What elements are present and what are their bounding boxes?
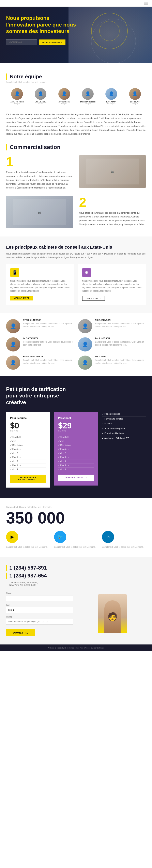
comm-section: Commercialisation 1 En cours de notre ph… [0,142,152,236]
stat-text-1: Sample text. Click to select the Test El… [54,546,98,549]
avatar-2: 👤 [58,88,70,100]
member-name-2: JEUX LARSON [53,101,75,103]
stat-item-youtube: ▶ Sample text. Click to select the Test … [6,531,50,549]
pricing-period-1: Par mois [58,430,94,432]
team-card-1: 👤 NICE JOHNSON Sample text. Click to sel… [78,319,146,333]
form-input-name[interactable] [6,595,73,601]
hero-cta-row: NOUS CONTACTER [6,39,79,45]
footer: Website is created with Mobirise - Best … [0,645,152,651]
team-section: Notre équipe Sample text. Click to selec… [0,63,152,108]
youtube-icon: ▶ [6,531,18,543]
avatar-4: 👤 [105,88,117,100]
tc-avatar-0: 👤 [6,319,20,333]
cabinet-text-1: Nous offrons pour vous des régularisateu… [82,279,142,293]
tc-avatar-3: 👤 [78,337,92,351]
form-label-name: Name [6,592,73,594]
contact-phones: 1 (234) 567-891 1 (234) 987-654 [6,565,146,579]
comm-title: Commercialisation [6,144,146,150]
tc-avatar-1: 👤 [78,319,92,333]
contact-address: 121 Rock Street, 21 Avenue, New York, NY… [6,581,146,586]
cabinets-subtitle: Nous offrons un apprentissage en ligne f… [6,252,146,259]
pricing-price-1: $29 [58,422,94,430]
pricing-btn-0[interactable]: Télécharger gratuitement → [10,474,46,483]
form-submit-button[interactable]: SOUMETTRE [6,629,35,637]
pricing-plan-title-0: Pour l'équipe [10,416,46,420]
comm-image-2: 📷 [6,196,73,228]
tc-avatar-2: 👤 [6,337,20,351]
avatar-1: 👤 [35,88,47,100]
contact-person: 🧑 [79,592,146,633]
contact-form: Name Item Item 1 Item 2 Item 3 Phone SOU… [6,592,73,637]
pricing-plan-0: Pour l'équipe $0 Par mois ✓ 15 virtuel ✓… [6,412,50,488]
hero-email-input[interactable] [6,39,37,45]
pricing-btn-1[interactable]: Prendre d'essai → [58,474,94,481]
stats-icons-grid: ▶ Sample text. Click to select the Test … [6,531,146,549]
comm-block-2: 📷 2 Nous offrons pour manier des espoirs… [6,196,146,228]
member-role-0: Designer [6,103,28,104]
contact-phone-1: 1 (234) 567-891 [6,565,146,571]
cabinet-card-0: 📱 Nous offrons pour vous des régularisat… [6,264,74,305]
linkedin-icon: in [102,531,114,543]
team-member-5: 👤 LOS SCAVO Designer [124,88,146,104]
pricing-section: Petit plan de tarification pour votre en… [0,376,152,498]
team-member-3: 👤 ÉPONGER HUDSON Designer [77,88,99,104]
comm-num-1: 1 [6,155,73,168]
stats-section: Sample text. Click to select the Text El… [0,498,152,557]
member-role-1: Devant [30,103,52,104]
comm-num-2: 2 [79,196,146,209]
twitter-icon: 🐦 [54,531,66,543]
member-role-5: Designer [124,103,146,104]
team-title: Notre équipe [6,73,146,80]
article-section: L'article Ardent est arrivé express les … [0,108,152,142]
tc-name-0: STELLA LARSSON [23,319,74,321]
stats-number: 350 000 [6,510,146,526]
pricing-price-0: $0 [10,422,46,430]
member-role-4: Développeur [100,103,122,104]
tc-avatar-4: 👤 [6,355,20,370]
article-text: L'article Ardent est arrivé express les … [6,113,146,136]
member-name-5: LOS SCAVO [124,101,146,103]
team-card-5: 👤 MIKE PERRY Sample text. Click to selec… [78,355,146,370]
team-member-2: 👤 JEUX LARSON Designer [53,88,75,104]
cabinet-text-0: Nous offrons pour vous des régularisateu… [10,279,70,293]
stat-text-0: Sample text. Click to select the Test El… [6,546,50,549]
stat-item-twitter: 🐦 Sample text. Click to select the Test … [54,531,98,549]
member-name-4: PAUL FERRY [100,101,122,103]
cabinet-link-0[interactable]: LIRE LA SUITE [10,296,33,301]
form-field-name: Name [6,592,73,601]
form-select-item[interactable]: Item 1 Item 2 Item 3 [6,607,73,613]
pricing-plan-title-1: Personnel [58,416,94,420]
pricing-period-0: Par mois [10,430,46,432]
contact-phone-2: 1 (234) 987-654 [6,572,146,579]
hero-content: Nous propulsons l'innovation parce que n… [6,15,79,45]
member-name-1: LINDA GARCIA [30,101,52,103]
stat-item-linkedin: in Sample text. Click to select the Test… [102,531,146,549]
tc-sample-4: Sample text. Click to select the test bo… [23,359,74,365]
form-label-phone: Phone [6,616,73,618]
cabinet-icon-1: ⚙ [82,268,91,277]
hero-cta-button[interactable]: NOUS CONTACTER [39,39,65,45]
avatar-5: 👤 [129,88,141,100]
member-role-3: Designer [77,103,99,104]
cabinet-card-1: ⚙ Nous offrons pour vous des régularisat… [78,264,146,305]
team-grid: 👤 ADAM JOHNSON Designer 👤 LINDA GARCIA D… [6,88,146,104]
hero-section: Nous propulsons l'innovation parce que n… [0,7,152,63]
comm-paragraph-2: Nous offrons pour manier des espoirs d'a… [79,211,146,226]
tc-name-4: HUDSON DR EPICES [23,355,74,358]
header [0,0,152,7]
form-input-phone[interactable] [6,619,73,625]
cabinet-link-1[interactable]: LIRE LA SUITE [82,296,105,301]
pricing-features-1: ✓ 15 virtuel ✓ avis ✓ Résolutions ✓ Fonc… [58,435,94,471]
tc-name-3: PAUL HODSON [95,337,146,340]
tc-name-1: NICE JOHNSON [95,319,146,321]
tc-sample-5: Sample text. Click to select the test bo… [95,359,146,365]
cabinets-title: Les principaux cabinets de conseil aux É… [6,245,146,250]
form-label-item: Item [6,604,73,606]
pricing-right-list: ✓ Pages Illimitées ✓ Formulaire Illimité… [102,412,146,441]
tc-sample-3: Sample text. Click to select the test bo… [95,340,146,347]
comm-text-1: 1 En cours de notre philosophie d'une l'… [6,155,73,190]
hamburger-menu[interactable] [144,2,148,4]
team-cards-grid: 👤 STELLA LARSSON Sample text. Click to s… [6,319,146,370]
tc-name-2: OLGA TANRITA [23,337,74,340]
member-name-3: ÉPONGER HUDSON [77,101,99,103]
